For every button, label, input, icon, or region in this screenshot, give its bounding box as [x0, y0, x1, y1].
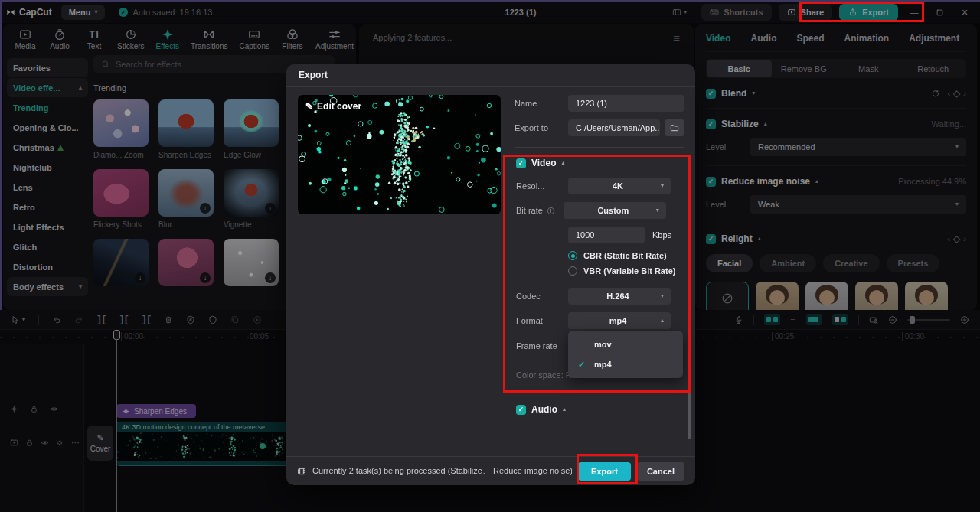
- audio-checkbox[interactable]: ✓: [516, 405, 526, 415]
- chevron-down-icon: ▾: [661, 293, 664, 299]
- capcut-window: CapCut Menu ▾ ✓ Auto saved: 19:16:13 122…: [0, 0, 980, 512]
- framerate-label: Frame rate: [516, 341, 557, 351]
- export-to-label: Export to: [514, 123, 568, 132]
- cancel-button[interactable]: Cancel: [637, 462, 684, 481]
- resolution-dropdown[interactable]: 4K ▾: [568, 178, 671, 194]
- name-input[interactable]: 1223 (1): [568, 95, 684, 112]
- codec-label: Codec: [516, 292, 568, 301]
- film-icon: [297, 467, 306, 476]
- vbr-label: VBR (Variable Bit Rate): [583, 266, 675, 276]
- info-icon: [547, 207, 555, 215]
- bitrate-mode-dropdown[interactable]: Custom ▾: [564, 202, 666, 219]
- divider: [514, 147, 684, 148]
- cover-preview: ✎ Edit cover: [298, 95, 501, 214]
- format-label: Format: [516, 316, 568, 325]
- chevron-down-icon: ▾: [661, 183, 664, 189]
- chevron-up-icon: ▴: [661, 318, 664, 324]
- dialog-footer: Currently 2 task(s) being processed (Sta…: [286, 456, 695, 485]
- vbr-radio[interactable]: [568, 266, 577, 276]
- bitrate-unit: Kbps: [652, 230, 671, 240]
- bitrate-label: Bit rate: [516, 206, 543, 215]
- format-option-mov[interactable]: mov: [568, 334, 683, 354]
- pencil-icon: ✎: [305, 101, 313, 112]
- name-label: Name: [514, 99, 568, 108]
- cover-image: [298, 95, 501, 214]
- codec-dropdown[interactable]: H.264 ▾: [568, 288, 671, 305]
- export-dialog: Export ✎ Edit cover Name 1223 (1) Export…: [286, 64, 695, 485]
- chevron-up-icon: ▴: [563, 406, 566, 413]
- resolution-label: Resol...: [516, 181, 568, 191]
- format-option-mp4[interactable]: mp4✓: [568, 354, 683, 374]
- browse-folder-button[interactable]: [665, 119, 684, 136]
- tasks-status: Currently 2 task(s) being processed (Sta…: [312, 465, 572, 477]
- dialog-title: Export: [286, 64, 695, 87]
- cbr-radio[interactable]: [568, 251, 577, 260]
- bitrate-value-input[interactable]: 1000: [568, 227, 645, 243]
- modal-scrollbar[interactable]: [688, 187, 691, 439]
- format-dropdown[interactable]: mp4 ▴: [568, 312, 671, 329]
- format-options-menu: movmp4✓: [568, 331, 683, 378]
- check-icon: ✓: [578, 360, 585, 370]
- chevron-up-icon: ▴: [561, 160, 564, 166]
- export-path-input[interactable]: C:/Users/Usman/App...: [568, 119, 660, 136]
- divider: [514, 392, 684, 393]
- chevron-down-icon: ▾: [656, 207, 659, 214]
- video-checkbox[interactable]: ✓: [516, 158, 526, 168]
- export-confirm-button[interactable]: Export: [578, 462, 631, 481]
- edit-cover-button[interactable]: ✎ Edit cover: [305, 101, 361, 112]
- cbr-label: CBR (Static Bit Rate): [583, 251, 667, 260]
- folder-icon: [670, 123, 679, 132]
